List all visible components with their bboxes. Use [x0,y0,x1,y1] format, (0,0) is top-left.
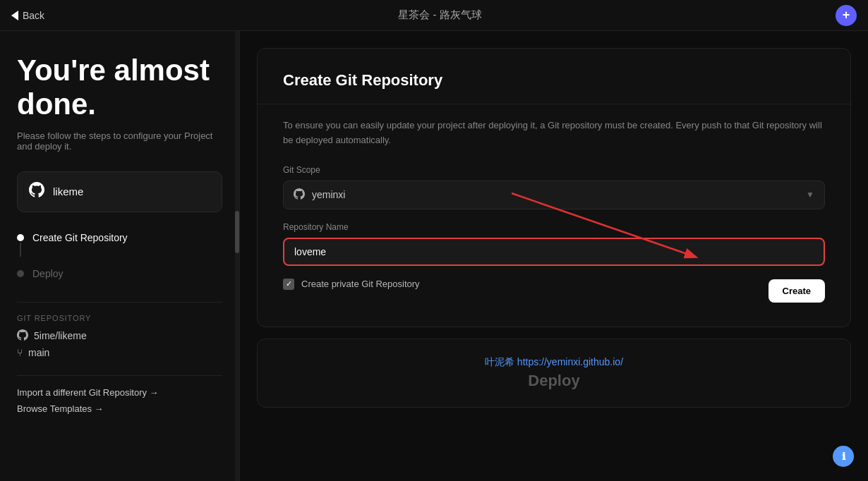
git-scope-gh-icon [294,188,305,202]
page-subtext: Please follow the steps to configure you… [17,130,222,152]
private-repo-checkbox-row: ✓ Create private Git Repository [283,279,420,290]
sidebar: You're almost done. Please follow the st… [0,31,240,481]
checkbox-check-icon: ✓ [286,279,292,288]
back-icon [11,11,18,20]
git-repo-name: 5ime/likeme [34,330,87,341]
help-icon: ℹ [842,451,845,462]
deploy-card-link: 叶泥希 https://yeminxi.github.io/ [485,356,623,367]
scrollbar-track[interactable] [235,31,239,481]
back-label: Back [23,10,44,21]
step-dot-active [17,234,24,241]
chevron-down-icon: ▼ [806,190,814,200]
deploy-card: 叶泥希 https://yeminxi.github.io/ Deploy [257,339,851,408]
git-repo-row: 5ime/likeme [17,329,222,343]
create-git-card: Create Git Repository To ensure you can … [257,48,851,327]
card-title: Create Git Repository [283,71,825,90]
main-container: You're almost done. Please follow the st… [0,31,868,481]
git-branch-row: ⑂ main [17,347,222,358]
repo-name-label: Repository Name [283,222,825,232]
step-label-create: Create Git Repository [32,232,128,243]
scrollbar-thumb[interactable] [235,211,239,253]
github-repo-icon [17,329,28,343]
git-scope-select[interactable]: yeminxi ▼ [283,181,825,209]
git-section-label: GIT REPOSITORY [17,314,222,322]
repo-name-group: Repository Name [283,222,825,266]
content-area: Create Git Repository To ensure you can … [240,31,868,481]
private-repo-checkbox[interactable]: ✓ [283,279,294,290]
page-heading: You're almost done. [17,54,222,122]
github-icon [29,182,44,202]
browse-templates-link[interactable]: Browse Templates → [17,403,222,414]
account-name: likeme [53,185,83,197]
sidebar-divider-2 [17,375,222,376]
steps-list: Create Git Repository Deploy [17,232,222,279]
branch-icon: ⑂ [17,347,23,358]
avatar-icon: + [843,8,850,23]
private-repo-label: Create private Git Repository [301,279,420,289]
step-dot-inactive [17,270,24,277]
deploy-card-subtext: Deploy [283,372,825,390]
deploy-card-text: 叶泥希 https://yeminxi.github.io/ [283,356,825,369]
git-scope-label: Git Scope [283,165,825,175]
import-different-repo-link[interactable]: Import a different Git Repository → [17,387,222,398]
card-description: To ensure you can easily update your pro… [283,118,825,148]
form-bottom-row: ✓ Create private Git Repository Create [283,279,825,304]
topbar: Back 星茶会 - 路灰气球 + [0,0,868,31]
account-card[interactable]: likeme [17,171,222,212]
step-deploy: Deploy [17,268,222,279]
avatar-button[interactable]: + [836,5,857,26]
repo-name-input[interactable] [283,238,825,266]
step-label-deploy: Deploy [32,268,64,279]
card-divider [258,104,850,104]
create-button[interactable]: Create [768,279,825,303]
step-connector [20,243,21,257]
git-branch-name: main [28,347,49,358]
back-button[interactable]: Back [11,10,44,21]
sidebar-divider [17,302,222,303]
topbar-title: 星茶会 - 路灰气球 [398,8,481,22]
git-scope-group: Git Scope yeminxi ▼ [283,165,825,209]
step-create-git: Create Git Repository [17,232,222,268]
git-scope-value: yeminxi [312,189,345,200]
help-button[interactable]: ℹ [833,446,854,467]
